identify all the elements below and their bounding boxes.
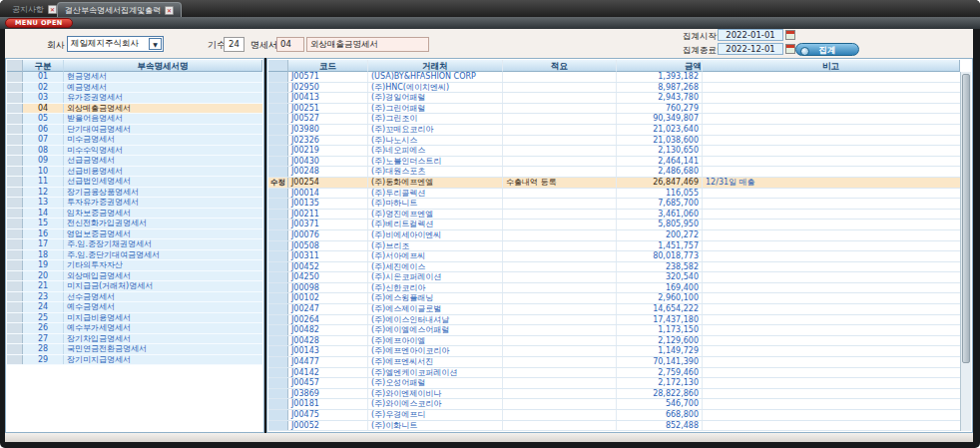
detail-table-row[interactable]: 수정J00254(주)동화에프엔엘수출내역 등록26,847,46912/31일… [268,178,960,189]
remark [503,199,617,209]
detail-table-row[interactable]: J00014(주)두리콜렉션116,055 [268,189,960,200]
detail-table-row[interactable]: J00311(주)서아에프씨80,018,773 [268,251,960,262]
statement-list-row[interactable]: 14임차보증금명세서 [7,209,262,220]
detail-table-row[interactable]: J04477(주)에프엔씨서진70,141,390 [268,357,960,368]
statement-list-row[interactable]: 26예수부가세명세서 [7,323,262,334]
detail-table-row[interactable]: J00428(주)에프아이엘2,129,600 [268,336,960,347]
detail-table-row[interactable]: J00457(주)오성어패럴2,172,130 [268,378,960,389]
statement-list-row[interactable]: 24예수금명세서 [7,302,262,313]
detail-table-row[interactable]: J00076(주)비에세아이엔씨200,272 [268,230,960,241]
vendor-name: (주)꼬매요코리아 [368,125,503,135]
statement-list-row[interactable]: 16영업보증금명세서 [7,229,262,240]
detail-table-row[interactable]: J00247(주)에스제이글로벌14,654,222 [268,304,960,315]
statement-list-row[interactable]: 08미수수익명세서 [7,146,262,157]
row-indicator [268,368,288,378]
tab-notice[interactable]: 공지사항 ✕ [5,2,64,17]
chevron-down-icon[interactable]: ▼ [149,38,162,50]
statement-list-row[interactable]: 01현금명세서 [7,72,262,83]
detail-table-row[interactable]: J00452(주)세진에이스238,582 [268,262,960,273]
statement-code-input[interactable]: 04 [276,37,304,52]
tab-close-icon[interactable]: ✕ [165,6,174,15]
row-indicator [7,114,23,124]
statement-list-row[interactable]: 05받을어음명세서 [7,114,262,125]
statement-name-input[interactable]: 외상매출금명세서 [306,37,429,52]
amount: 3,461,060 [617,210,703,220]
company-select[interactable]: 제일제지주식회사 ▼ [67,36,164,52]
statement-list-row[interactable]: 27장기차입금명세서 [7,334,262,345]
statement-list-row[interactable]: 07미수금명세서 [7,135,262,146]
detail-table-row[interactable]: J00371(주)베리트컬렉션5,805,950 [268,220,960,230]
detail-table-row[interactable]: J00052(주)이화니트852,488 [268,421,960,431]
remark [503,83,617,93]
vertical-scrollbar[interactable] [960,72,971,431]
remark [503,304,617,314]
detail-table-row[interactable]: J00143(주)에프엔아이코리아1,149,729 [268,346,960,357]
menu-open-button[interactable]: MENU OPEN [5,18,73,28]
statement-name: 예수부가세명세서 [64,323,262,333]
statement-list-row[interactable]: 12장기금융상품명세서 [7,188,262,199]
detail-table-row[interactable]: J00413(주)경일어패럴2,943,780 [268,93,960,104]
detail-table-row[interactable]: J03980(주)꼬매요코리아21,023,640 [268,125,960,136]
amount: 2,960,100 [617,293,703,303]
statement-list-row[interactable]: 11선급법인세명세서 [7,177,262,188]
statement-list-row[interactable]: 20외상매입금명세서 [7,271,262,282]
aggregate-button[interactable]: 집계 [795,43,859,56]
statement-list-row[interactable]: 19기타의투자자산 [7,260,262,271]
statement-list-row[interactable]: 15전신전화가입권명세서 [7,219,262,229]
note [703,346,960,356]
row-indicator [268,315,288,325]
column-header [268,60,288,72]
statement-no: 03 [23,93,64,103]
detail-table-row[interactable]: J00098(주)신한코리아169,400 [268,283,960,294]
statement-list-row[interactable]: 23선수금명세서 [7,292,262,303]
statement-list-row[interactable]: 04외상매출금명세서 [7,104,262,115]
detail-table-row[interactable]: J00219(주)네오피에스2,130,650 [268,146,960,157]
note [703,272,960,282]
tab-statement-report[interactable]: 결산부속명세서집계및출력 ✕ [57,2,182,17]
detail-table-row[interactable]: J00508(주)브리조1,451,757 [268,241,960,252]
statement-list-row[interactable]: 28국민연금전환금명세서 [7,344,262,355]
detail-table-row[interactable]: J00475(주)우경에프디668,800 [268,410,960,421]
statement-list-row[interactable]: 25미지급비용명세서 [7,313,262,324]
detail-table-row[interactable]: J04142(주)엘엔케이코퍼레이션2,759,460 [268,368,960,379]
amount: 70,141,390 [617,357,703,367]
statement-list-row[interactable]: 06단기대여금명세서 [7,125,262,136]
start-date-input[interactable]: 2022-01-01 [718,29,783,41]
statement-list-row[interactable]: 17주.임.종장기채권명세서 [7,239,262,250]
column-header: 구분 [23,60,64,72]
detail-table-row[interactable]: J00181(주)와이에스코리아546,700 [268,399,960,410]
row-indicator [7,104,23,114]
detail-table-row[interactable]: J00264(주)에이스인터내셔날17,437,180 [268,315,960,326]
statement-list-row[interactable]: 03유가증권명세서 [7,93,262,104]
detail-table-row[interactable]: J00248(주)대원스포츠2,486,680 [268,167,960,178]
detail-table-row[interactable]: J04250(주)시온코퍼레이션320,540 [268,272,960,283]
calendar-icon[interactable] [785,30,795,40]
calendar-icon[interactable] [785,44,795,54]
remark [503,72,617,82]
statement-list-row[interactable]: 29장기미지급명세서 [7,355,262,366]
statement-list-row[interactable]: 02예금명세서 [7,83,262,94]
note [703,368,960,378]
detail-table-row[interactable]: J00102(주)에스윙플래닝2,960,100 [268,293,960,304]
detail-table-row[interactable]: J02950(주)HNC(에이치엔씨)8,987,268 [268,83,960,94]
tab-close-icon[interactable]: ✕ [48,5,57,14]
end-date-input[interactable]: 2022-12-01 [718,43,783,55]
statement-list-row[interactable]: 09선급금명세서 [7,156,262,167]
period-input[interactable]: 24 [224,37,245,52]
scrollbar-thumb[interactable] [962,74,970,363]
detail-table-row[interactable]: J00527(주)그린조이90,349,807 [268,114,960,125]
vendor-name: (주)에이스인터내셔날 [368,315,503,325]
detail-table-row[interactable]: J02326(주)나노시스21,038,600 [268,136,960,147]
detail-table-row[interactable]: J00482(주)에이엘에스어패럴1,173,150 [268,325,960,336]
statement-list-row[interactable]: 10선급비용명세서 [7,167,262,178]
detail-table-row[interactable]: J00251(주)그린어패럴760,279 [268,104,960,115]
statement-list-row[interactable]: 13투자유가증권명세서 [7,198,262,209]
detail-table-row[interactable]: J03869(주)와이엔제이비나28,822,860 [268,389,960,400]
statement-list-row[interactable]: 21미지급금(거래처)명세서 [7,281,262,292]
detail-table-row[interactable]: J00211(주)명진에프엔엘3,461,060 [268,210,960,221]
detail-table-row[interactable]: J00430(주)노블인더스트리2,464,141 [268,157,960,168]
detail-table-row[interactable]: J00135(주)마하니트7,685,700 [268,199,960,210]
detail-table-row[interactable]: J00571(USA)BY&HFASHION CORP1,393,182 [268,72,960,83]
statement-list-row[interactable]: 18주.임.종단기대여금명세서 [7,250,262,261]
statement-no: 13 [23,198,64,208]
